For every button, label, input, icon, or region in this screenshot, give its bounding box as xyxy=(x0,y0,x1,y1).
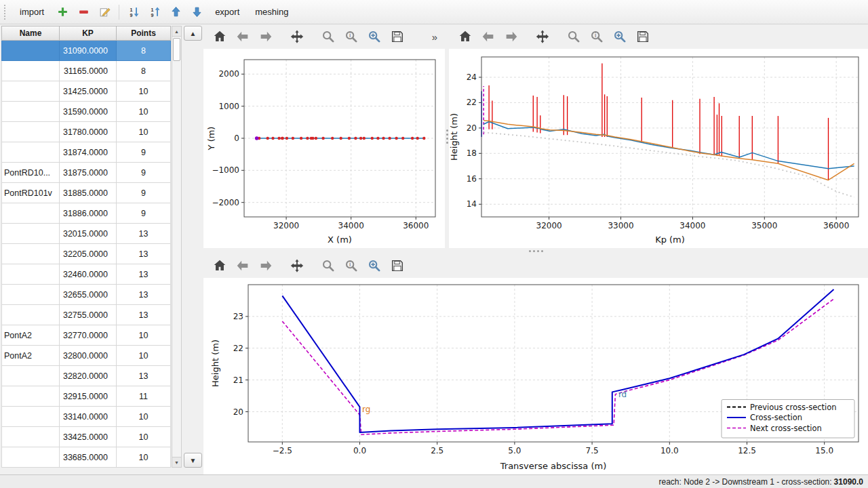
table-scrollbar[interactable]: ▲ ▼ xyxy=(172,26,182,468)
pan-icon[interactable] xyxy=(287,27,307,47)
column-header-kp[interactable]: KP xyxy=(60,26,117,41)
table-row[interactable]: 31780.000010 xyxy=(1,122,171,142)
cell-name[interactable]: PontA2 xyxy=(1,325,60,346)
column-header-name[interactable]: Name xyxy=(1,26,60,41)
cell-kp[interactable]: 31590.0000 xyxy=(60,102,117,122)
table-row[interactable]: PontRD10...31875.00009 xyxy=(1,163,171,183)
home-icon[interactable] xyxy=(210,27,229,47)
cell-kp[interactable]: 32205.0000 xyxy=(60,244,117,264)
customize-icon[interactable] xyxy=(364,27,384,47)
save-icon[interactable] xyxy=(387,256,407,276)
subplots-icon[interactable]: i xyxy=(341,256,361,276)
cell-name[interactable] xyxy=(1,285,60,305)
pan-icon[interactable] xyxy=(287,256,307,276)
cell-kp[interactable]: 31780.0000 xyxy=(60,122,117,142)
table-row[interactable]: PontA232800.000010 xyxy=(1,346,171,366)
table-row[interactable]: 33425.000010 xyxy=(1,427,171,447)
cell-points[interactable]: 13 xyxy=(117,366,171,386)
forward-icon[interactable] xyxy=(501,27,521,47)
table-row[interactable]: 31590.000010 xyxy=(1,102,171,122)
cell-kp[interactable]: 32755.0000 xyxy=(60,305,117,325)
customize-icon[interactable] xyxy=(364,256,384,276)
cell-kp[interactable]: 31425.0000 xyxy=(60,81,117,102)
cell-kp[interactable]: 32915.0000 xyxy=(60,386,117,407)
cell-points[interactable]: 11 xyxy=(117,386,171,407)
cell-kp[interactable]: 32460.0000 xyxy=(60,264,117,285)
cell-name[interactable]: PontA2 xyxy=(1,346,60,366)
remove-cross-section-icon[interactable] xyxy=(75,3,92,21)
table-row[interactable]: 31090.00008 xyxy=(1,41,171,61)
table-row[interactable]: 31165.00008 xyxy=(1,61,171,81)
cell-name[interactable] xyxy=(1,407,60,427)
cell-kp[interactable]: 33425.0000 xyxy=(60,427,117,447)
zoom-icon[interactable] xyxy=(564,27,583,47)
cell-name[interactable] xyxy=(1,244,60,264)
export-button[interactable]: export xyxy=(209,4,245,20)
scroll-down-icon[interactable]: ▼ xyxy=(172,457,181,467)
cell-kp[interactable]: 33685.0000 xyxy=(60,447,117,468)
cell-name[interactable] xyxy=(1,305,60,325)
table-row[interactable]: 32015.000013 xyxy=(1,224,171,244)
home-icon[interactable] xyxy=(455,27,475,47)
cell-points[interactable]: 10 xyxy=(117,325,171,346)
back-icon[interactable] xyxy=(233,256,252,276)
cell-kp[interactable]: 33140.0000 xyxy=(60,407,117,427)
cell-name[interactable] xyxy=(1,447,60,468)
cell-points[interactable]: 13 xyxy=(117,264,171,285)
cell-points[interactable]: 9 xyxy=(117,142,171,163)
save-icon[interactable] xyxy=(387,27,407,47)
cell-name[interactable] xyxy=(1,264,60,285)
cell-points[interactable]: 10 xyxy=(117,122,171,142)
cell-points[interactable]: 8 xyxy=(117,61,171,81)
cell-name[interactable] xyxy=(1,81,60,102)
cell-name[interactable]: PontRD101v xyxy=(1,183,60,203)
table-row[interactable]: 33685.000010 xyxy=(1,447,171,468)
import-button[interactable]: import xyxy=(14,4,50,20)
customize-icon[interactable] xyxy=(610,27,629,47)
cell-points[interactable]: 13 xyxy=(117,244,171,264)
cell-kp[interactable]: 32655.0000 xyxy=(60,285,117,305)
cell-kp[interactable]: 31090.0000 xyxy=(60,41,117,61)
cell-points[interactable]: 13 xyxy=(117,305,171,325)
cell-name[interactable] xyxy=(1,142,60,163)
pan-icon[interactable] xyxy=(532,27,552,47)
forward-icon[interactable] xyxy=(256,27,275,47)
cell-points[interactable]: 9 xyxy=(117,203,171,224)
cell-name[interactable] xyxy=(1,203,60,224)
table-row[interactable]: 33140.000010 xyxy=(1,407,171,427)
cell-name[interactable] xyxy=(1,386,60,407)
home-icon[interactable] xyxy=(210,256,229,276)
cell-kp[interactable]: 32770.0000 xyxy=(60,325,117,346)
horizontal-splitter[interactable] xyxy=(203,248,868,253)
cell-name[interactable] xyxy=(1,102,60,122)
scrollbar-thumb[interactable] xyxy=(173,38,180,61)
cell-points[interactable]: 10 xyxy=(117,81,171,102)
subplots-icon[interactable]: i xyxy=(587,27,606,47)
table-row[interactable]: PontRD101v31885.00009 xyxy=(1,183,171,203)
cell-points[interactable]: 13 xyxy=(117,224,171,244)
sort-ascending-icon[interactable]: 19 xyxy=(125,3,142,21)
cell-points[interactable]: 8 xyxy=(117,41,171,61)
cell-kp[interactable]: 31885.0000 xyxy=(60,183,117,203)
cell-points[interactable]: 13 xyxy=(117,285,171,305)
cell-name[interactable] xyxy=(1,41,60,61)
cell-points[interactable]: 10 xyxy=(117,447,171,468)
add-cross-section-icon[interactable] xyxy=(54,3,71,21)
cell-points[interactable]: 10 xyxy=(117,102,171,122)
table-row[interactable]: 31425.000010 xyxy=(1,81,171,102)
table-row[interactable]: 32820.000013 xyxy=(1,366,171,386)
row-move-down-button[interactable]: ▼ xyxy=(184,453,202,468)
cell-points[interactable]: 9 xyxy=(117,183,171,203)
scroll-up-icon[interactable]: ▲ xyxy=(172,26,181,37)
toolbar-grip[interactable] xyxy=(4,5,7,20)
cell-name[interactable] xyxy=(1,427,60,447)
meshing-button[interactable]: meshing xyxy=(249,4,294,20)
zoom-icon[interactable] xyxy=(318,27,338,47)
cell-name[interactable] xyxy=(1,224,60,244)
table-row[interactable]: PontA232770.000010 xyxy=(1,325,171,346)
cell-points[interactable]: 9 xyxy=(117,163,171,183)
move-up-icon[interactable] xyxy=(167,3,184,21)
toolbar-overflow-button[interactable]: » xyxy=(432,31,439,43)
table-row[interactable]: 32755.000013 xyxy=(1,305,171,325)
table-row[interactable]: 32655.000013 xyxy=(1,285,171,305)
